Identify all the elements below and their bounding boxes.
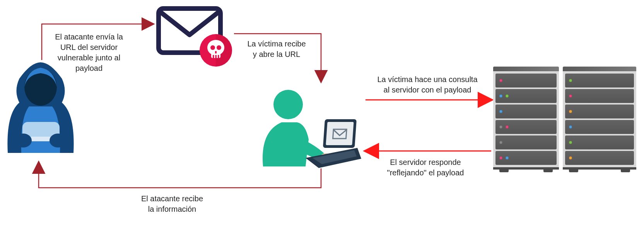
led-icon bbox=[499, 79, 502, 82]
led-icon bbox=[499, 110, 502, 113]
label-victim-opens: La víctima recibey abre la URL bbox=[238, 39, 315, 60]
server-unit bbox=[495, 74, 557, 87]
server-unit bbox=[495, 151, 557, 165]
led-icon bbox=[569, 141, 572, 144]
server-racks bbox=[493, 48, 640, 172]
led-icon bbox=[499, 125, 502, 129]
svg-rect-18 bbox=[326, 122, 354, 145]
svg-point-10 bbox=[217, 45, 221, 50]
server-unit bbox=[565, 105, 634, 118]
svg-point-15 bbox=[273, 90, 303, 119]
server-unit bbox=[565, 89, 634, 103]
led-icon bbox=[569, 79, 572, 82]
svg-point-3 bbox=[15, 134, 32, 147]
server-unit bbox=[495, 120, 557, 134]
led-icon bbox=[569, 94, 572, 98]
svg-point-0 bbox=[24, 69, 57, 106]
label-attacker-sends: El atacante envía laURL del servidorvuln… bbox=[44, 32, 133, 74]
label-attacker-receives: El atacante recibela información bbox=[128, 194, 217, 214]
led-icon bbox=[499, 94, 502, 98]
led-icon bbox=[506, 125, 509, 129]
diagram-stage: El atacante envía laURL del servidorvuln… bbox=[0, 0, 644, 228]
led-icon bbox=[569, 156, 572, 159]
server-unit bbox=[495, 105, 557, 118]
hacker-icon bbox=[0, 60, 81, 157]
server-rack-2 bbox=[563, 67, 636, 172]
svg-rect-12 bbox=[213, 55, 214, 58]
victim-laptop-icon bbox=[248, 85, 364, 170]
svg-rect-2 bbox=[30, 137, 51, 141]
led-icon bbox=[569, 110, 572, 113]
server-unit bbox=[565, 151, 634, 165]
led-icon bbox=[506, 156, 509, 159]
label-server-reflects: El servidor responde"reflejando" el payl… bbox=[375, 157, 476, 178]
led-icon bbox=[499, 141, 502, 144]
malicious-mail-icon bbox=[155, 4, 232, 66]
server-unit bbox=[565, 120, 634, 134]
led-icon bbox=[499, 156, 502, 159]
svg-rect-14 bbox=[218, 55, 219, 58]
led-icon bbox=[569, 125, 572, 129]
led-icon bbox=[506, 94, 509, 98]
svg-point-9 bbox=[210, 45, 215, 50]
server-unit bbox=[495, 89, 557, 103]
server-unit bbox=[495, 135, 557, 149]
svg-rect-11 bbox=[215, 51, 217, 53]
server-unit bbox=[565, 74, 634, 87]
label-victim-query: La víctima hace una consultaal servidor … bbox=[369, 74, 485, 95]
server-unit bbox=[565, 135, 634, 149]
server-rack-1 bbox=[493, 67, 559, 172]
svg-point-4 bbox=[50, 134, 67, 147]
svg-rect-13 bbox=[215, 55, 217, 58]
